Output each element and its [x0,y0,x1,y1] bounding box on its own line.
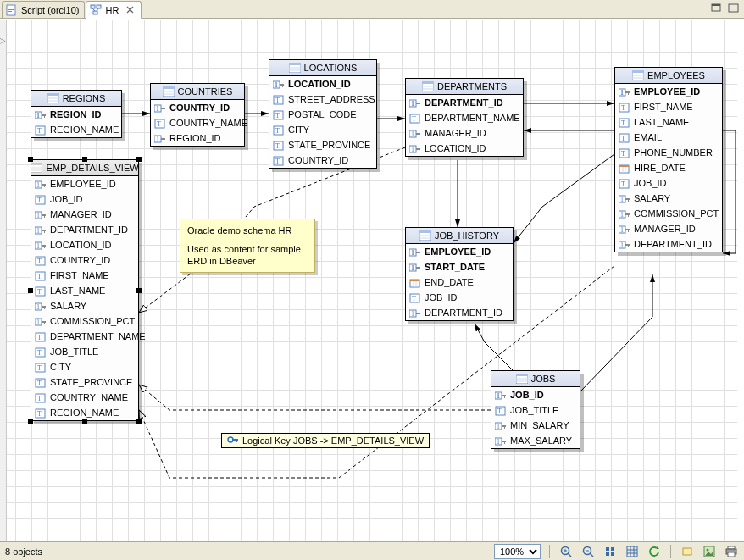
entity-column[interactable]: 1START_DATE [406,259,513,274]
entity-header[interactable]: DEPARTMENTS [406,79,523,95]
entity-header[interactable]: JOB_HISTORY [406,228,513,244]
entity-column[interactable]: TJOB_TITLE [31,344,138,359]
entity-column[interactable]: 1DEPARTMENT_ID [615,236,722,252]
zoom-select[interactable]: 100% [494,544,541,559]
svg-rect-131 [416,267,420,269]
entity-column[interactable]: TLAST_NAME [615,114,722,130]
entity-header[interactable]: LOCATIONS [269,60,376,76]
entity-column[interactable]: 1MIN_SALARY [491,418,580,433]
entity-column[interactable]: 1COMMISSION_PCT [31,313,138,329]
entity-column[interactable]: 1EMPLOYEE_ID [615,84,722,99]
entity-column[interactable]: TSTREET_ADDRESS [269,91,376,107]
print-button[interactable] [724,544,739,559]
entity-column[interactable]: TCOUNTRY_ID [31,252,138,268]
svg-text:T: T [497,408,502,415]
entity-column[interactable]: 1SALARY [615,191,722,206]
column-name: MANAGER_ID [425,126,486,141]
entity-column[interactable]: 1MANAGER_ID [406,125,523,141]
entity-emp_details_view[interactable]: EMP_DETAILS_VIEW1EMPLOYEE_IDTJOB_ID1MANA… [31,159,139,421]
entity-column[interactable]: TREGION_NAME [31,122,121,137]
close-icon[interactable] [125,5,136,15]
entity-column[interactable]: 1DEPARTMENT_ID [406,305,513,320]
entity-column[interactable]: TLAST_NAME [31,283,138,298]
svg-rect-196 [44,321,45,324]
svg-rect-218 [606,552,609,556]
entity-column[interactable]: TSTATE_PROVINCE [269,137,376,152]
svg-text:1: 1 [36,181,40,189]
entity-column[interactable]: 1COMMISSION_PCT [615,206,722,221]
column-name: COUNTRY_ID [50,253,110,268]
entity-column[interactable]: TPOSTAL_CODE [269,107,376,122]
maximize-view-icon[interactable] [727,3,741,14]
entity-header[interactable]: JOBS [491,371,580,387]
entity-column[interactable]: TJOB_ID [31,191,138,207]
column-name: DEPARTMENT_NAME [50,330,146,344]
entity-column[interactable]: TCOUNTRY_ID [269,152,376,168]
entity-column[interactable]: TCOUNTRY_NAME [31,390,138,405]
entity-jobs[interactable]: JOBS1JOB_IDTJOB_TITLE1MIN_SALARY1MAX_SAL… [491,370,580,449]
column-name: REGION_ID [50,108,102,122]
erd-canvas[interactable]: ▷ [0,20,744,541]
tab-hr[interactable]: HR [86,1,142,19]
entity-column[interactable]: TJOB_TITLE [491,402,580,418]
text-column-icon: T [35,362,47,374]
entity-column[interactable]: END_DATE [406,274,513,290]
entity-column[interactable]: TCOUNTRY_NAME [151,115,244,130]
entity-column[interactable]: 1MANAGER_ID [615,221,722,236]
entity-column[interactable]: 1EMPLOYEE_ID [406,244,513,259]
entity-column[interactable]: TPHONE_NUMBER [615,145,722,160]
entity-column[interactable]: TCITY [269,122,376,137]
save-image-button[interactable] [702,544,717,559]
entity-column[interactable]: 1LOCATION_ID [406,141,523,156]
entity-column[interactable]: 1REGION_ID [151,130,244,146]
column-name: DEPARTMENT_ID [425,306,502,320]
column-name: HIRE_DATE [634,161,686,175]
zoom-out-button[interactable] [580,544,596,559]
entity-employees[interactable]: EMPLOYEES1EMPLOYEE_IDTFIRST_NAMETLAST_NA… [614,67,723,252]
entity-column[interactable]: 1REGION_ID [31,107,121,122]
entity-column[interactable]: TJOB_ID [406,290,513,305]
grid-toggle-button[interactable] [625,544,640,559]
entity-column[interactable]: 1DEPARTMENT_ID [406,95,523,110]
zoom-in-button[interactable] [558,544,574,559]
svg-text:1: 1 [36,112,40,119]
entity-header[interactable]: REGIONS [31,91,121,107]
diagram-note[interactable]: Oracle demo schema HR Used as content fo… [180,219,315,273]
fk-column-icon: 1 [35,240,47,252]
entity-countries[interactable]: COUNTRIES1COUNTRY_IDTCOUNTRY_NAME1REGION… [150,83,245,147]
text-column-icon: T [409,292,421,304]
export-button[interactable] [680,544,695,559]
entity-column[interactable]: TEMAIL [615,130,722,145]
entity-regions[interactable]: REGIONS1REGION_IDTREGION_NAME [31,90,122,138]
entity-column[interactable]: 1LOCATION_ID [269,76,376,91]
fit-button[interactable] [602,544,618,559]
entity-column[interactable]: TSTATE_PROVINCE [31,374,138,390]
entity-column[interactable]: TDEPARTMENT_NAME [406,110,523,125]
entity-column[interactable]: 1LOCATION_ID [31,237,138,252]
entity-column[interactable]: TFIRST_NAME [615,99,722,114]
entity-header[interactable]: EMPLOYEES [615,68,722,84]
tab-script[interactable]: Script (orcl10) [2,1,85,18]
entity-column[interactable]: HIRE_DATE [615,160,722,175]
column-name: DEPARTMENT_ID [634,237,712,252]
status-objects: 8 objects [5,546,42,557]
refresh-button[interactable] [647,544,662,559]
entity-column[interactable]: 1EMPLOYEE_ID [31,176,138,191]
entity-header[interactable]: COUNTRIES [151,84,244,100]
entity-column[interactable]: TCITY [31,359,138,374]
entity-column[interactable]: TFIRST_NAME [31,268,138,283]
entity-column[interactable]: 1DEPARTMENT_ID [31,222,138,237]
entity-column[interactable]: 1MANAGER_ID [31,207,138,222]
entity-column[interactable]: TJOB_ID [615,175,722,191]
entity-locations[interactable]: LOCATIONS1LOCATION_IDTSTREET_ADDRESSTPOS… [269,59,377,169]
fk-column-icon: 1 [154,133,166,145]
entity-departments[interactable]: DEPARTMENTS1DEPARTMENT_IDTDEPARTMENT_NAM… [405,78,524,157]
entity-column[interactable]: 1SALARY [31,298,138,313]
entity-column[interactable]: 1COUNTRY_ID [151,100,244,115]
entity-column[interactable]: TDEPARTMENT_NAME [31,329,138,344]
entity-column[interactable]: 1JOB_ID [491,387,580,402]
entity-column[interactable]: 1MAX_SALARY [491,433,580,448]
entity-header[interactable]: EMP_DETAILS_VIEW [31,160,138,176]
minimize-view-icon[interactable] [710,3,724,14]
entity-job_history[interactable]: JOB_HISTORY1EMPLOYEE_ID1START_DATEEND_DA… [405,227,514,321]
